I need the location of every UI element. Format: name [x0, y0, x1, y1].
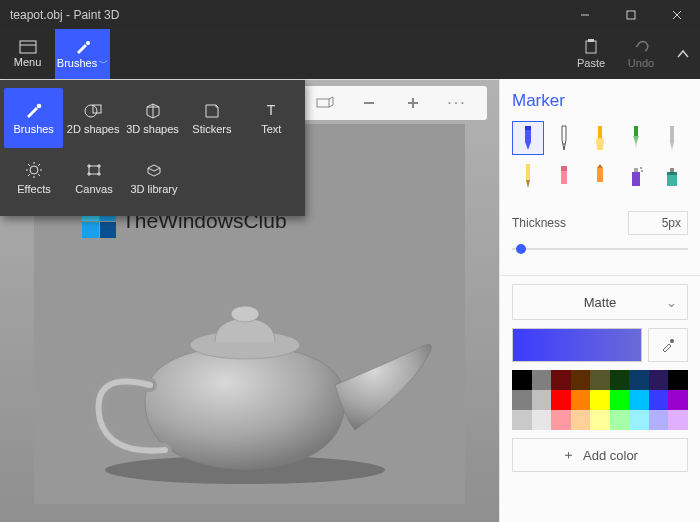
tool-pixel-pen[interactable] — [656, 121, 688, 155]
thickness-input[interactable]: 5px — [628, 211, 688, 235]
thickness-label: Thickness — [512, 216, 628, 230]
tool-eraser[interactable] — [548, 159, 580, 193]
zoom-out-button[interactable] — [355, 91, 383, 115]
palette-color[interactable] — [610, 410, 630, 430]
svg-rect-39 — [598, 126, 602, 138]
color-palette — [512, 370, 688, 430]
dropdown-3d-library[interactable]: 3D library — [124, 148, 184, 208]
svg-point-47 — [641, 170, 643, 172]
svg-rect-4 — [20, 41, 36, 53]
clipboard-icon — [583, 39, 599, 55]
palette-color[interactable] — [590, 370, 610, 390]
palette-color[interactable] — [649, 370, 669, 390]
tool-watercolor[interactable] — [620, 121, 652, 155]
svg-rect-38 — [525, 126, 531, 130]
svg-rect-1 — [627, 11, 635, 19]
slider-knob[interactable] — [516, 244, 526, 254]
close-button[interactable] — [654, 0, 700, 29]
thickness-slider[interactable] — [512, 241, 688, 257]
minimize-button[interactable] — [562, 0, 608, 29]
tool-marker[interactable] — [512, 121, 544, 155]
more-chevron-button[interactable] — [666, 29, 700, 79]
svg-line-25 — [28, 174, 30, 176]
brush-icon — [24, 101, 44, 119]
top-menu: Menu Brushes﹀ Paste Undo — [0, 29, 700, 79]
palette-color[interactable] — [629, 370, 649, 390]
current-color-swatch[interactable] — [512, 328, 642, 362]
cube-icon — [143, 101, 163, 119]
palette-color[interactable] — [668, 370, 688, 390]
palette-color[interactable] — [532, 410, 552, 430]
brushes-dropdown: Brushes 2D shapes 3D shapes Stickers — [0, 80, 305, 216]
palette-color[interactable] — [551, 370, 571, 390]
zoom-in-button[interactable] — [399, 91, 427, 115]
paste-label: Paste — [577, 57, 605, 69]
chevron-up-icon — [676, 47, 690, 61]
svg-rect-9 — [317, 99, 329, 107]
dropdown-text[interactable]: T Text — [242, 88, 301, 148]
menu-button[interactable]: Menu — [0, 29, 55, 79]
dropdown-brushes[interactable]: Brushes — [4, 88, 63, 148]
svg-rect-8 — [588, 39, 594, 42]
palette-color[interactable] — [590, 390, 610, 410]
undo-label: Undo — [628, 57, 654, 69]
svg-point-6 — [86, 41, 90, 45]
svg-point-14 — [85, 105, 97, 117]
dropdown-2d-shapes[interactable]: 2D shapes — [63, 88, 122, 148]
palette-color[interactable] — [668, 390, 688, 410]
window-title: teapot.obj - Paint 3D — [10, 8, 562, 22]
svg-rect-26 — [89, 166, 99, 174]
canvas-area[interactable]: ··· Brushes 2D shapes 3D shapes — [0, 79, 500, 522]
side-panel: Marker Thickness 5px Matte — [500, 79, 700, 522]
svg-point-46 — [640, 167, 642, 169]
tool-fill[interactable] — [656, 159, 688, 193]
tool-crayon[interactable] — [584, 159, 616, 193]
palette-color[interactable] — [551, 410, 571, 430]
palette-color[interactable] — [571, 410, 591, 430]
palette-color[interactable] — [571, 370, 591, 390]
palette-color[interactable] — [512, 410, 532, 430]
svg-point-17 — [30, 166, 38, 174]
svg-rect-49 — [667, 172, 677, 175]
tool-pencil[interactable] — [512, 159, 544, 193]
palette-color[interactable] — [649, 390, 669, 410]
palette-color[interactable] — [512, 370, 532, 390]
undo-button[interactable]: Undo — [616, 29, 666, 79]
palette-color[interactable] — [629, 390, 649, 410]
material-select[interactable]: Matte ⌄ — [512, 284, 688, 320]
svg-rect-40 — [634, 126, 638, 136]
svg-rect-43 — [597, 168, 603, 182]
svg-line-23 — [38, 174, 40, 176]
more-options-button[interactable]: ··· — [443, 91, 471, 115]
palette-color[interactable] — [649, 410, 669, 430]
palette-color[interactable] — [610, 370, 630, 390]
palette-color[interactable] — [571, 390, 591, 410]
eyedropper-button[interactable] — [648, 328, 688, 362]
svg-rect-42 — [561, 166, 567, 171]
sticker-icon — [202, 101, 222, 119]
chevron-down-icon: ﹀ — [99, 57, 108, 70]
palette-color[interactable] — [590, 410, 610, 430]
dropdown-canvas[interactable]: Canvas — [64, 148, 124, 208]
paste-button[interactable]: Paste — [566, 29, 616, 79]
palette-color[interactable] — [532, 370, 552, 390]
brushes-tab[interactable]: Brushes﹀ — [55, 29, 110, 79]
palette-color[interactable] — [668, 410, 688, 430]
view-3d-button[interactable] — [311, 91, 339, 115]
tool-oil-brush[interactable] — [584, 121, 616, 155]
canvas-icon — [84, 161, 104, 179]
menu-icon — [19, 40, 37, 54]
tool-spray[interactable] — [620, 159, 652, 193]
maximize-button[interactable] — [608, 0, 654, 29]
palette-color[interactable] — [512, 390, 532, 410]
palette-color[interactable] — [610, 390, 630, 410]
eyedropper-icon — [660, 337, 676, 353]
dropdown-3d-shapes[interactable]: 3D shapes — [123, 88, 182, 148]
palette-color[interactable] — [629, 410, 649, 430]
palette-color[interactable] — [532, 390, 552, 410]
add-color-button[interactable]: ＋ Add color — [512, 438, 688, 472]
dropdown-effects[interactable]: Effects — [4, 148, 64, 208]
tool-calligraphy[interactable] — [548, 121, 580, 155]
dropdown-stickers[interactable]: Stickers — [182, 88, 241, 148]
palette-color[interactable] — [551, 390, 571, 410]
